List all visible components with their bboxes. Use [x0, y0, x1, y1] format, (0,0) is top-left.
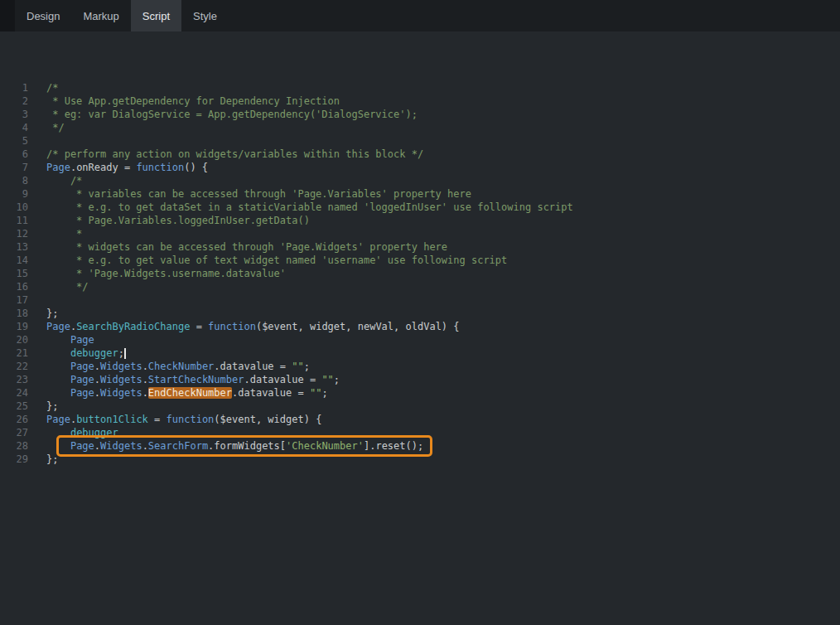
code-line[interactable]: 5	[0, 134, 840, 148]
code-line[interactable]: 29};	[0, 453, 840, 466]
code-token: */	[46, 122, 65, 133]
code-line[interactable]: 13 * widgets can be accessed through 'Pa…	[0, 240, 840, 254]
code-token: * widgets can be accessed through 'Page.…	[46, 241, 447, 253]
code-token: function	[167, 414, 215, 425]
code-token: *	[46, 228, 82, 240]
tab-bar-left-spacer	[0, 0, 15, 31]
line-number: 11	[0, 214, 28, 227]
search-match-highlight: EndCheckNumber	[148, 387, 232, 399]
line-number: 5	[0, 134, 28, 148]
code-text: Page.SearchByRadioChange = function($eve…	[46, 320, 460, 333]
code-line[interactable]: 28 Page.Widgets.SearchForm.formWidgets['…	[0, 439, 840, 453]
code-line[interactable]: 15 * 'Page.Widgets.username.datavalue'	[0, 267, 840, 280]
code-line[interactable]: 22 Page.Widgets.CheckNumber.datavalue = …	[0, 360, 840, 373]
code-text: * e.g. to get dataSet in a staticVariabl…	[46, 201, 573, 214]
code-line[interactable]: 12 *	[0, 227, 840, 240]
code-text: Page.button1Click = function($event, wid…	[46, 413, 321, 426]
line-number: 14	[0, 254, 28, 267]
code-line[interactable]: 1/*	[0, 81, 840, 94]
tab-style[interactable]: Style	[181, 0, 229, 31]
code-line[interactable]: 24 Page.Widgets.EndCheckNumber.datavalue…	[0, 386, 840, 400]
code-token: * Use App.getDependency for Dependency I…	[46, 95, 340, 107]
line-number: 10	[0, 201, 28, 214]
code-text: };	[46, 307, 58, 320]
script-editor[interactable]: 1/*2 * Use App.getDependency for Depende…	[0, 31, 840, 625]
editor-tab-bar: Design Markup Script Style	[0, 0, 840, 31]
code-line[interactable]: 3 * eg: var DialogService = App.getDepen…	[0, 108, 840, 121]
code-token: 'CheckNumber'	[286, 440, 364, 452]
code-token: Page	[70, 440, 94, 452]
code-line[interactable]: 11 * Page.Variables.loggedInUser.getData…	[0, 214, 840, 227]
code-token: * variables can be accessed through 'Pag…	[46, 188, 471, 200]
code-line[interactable]: 14 * e.g. to get value of text widget na…	[0, 254, 840, 267]
code-line[interactable]: 2 * Use App.getDependency for Dependency…	[0, 94, 840, 108]
code-line[interactable]: 27 debugger	[0, 426, 840, 439]
code-line[interactable]: 17	[0, 293, 840, 307]
code-line[interactable]: 6/* perform any action on widgets/variab…	[0, 148, 840, 161]
code-token: /*	[46, 175, 82, 187]
code-text: };	[46, 453, 58, 466]
code-token: .datavalue =	[214, 361, 292, 372]
code-line[interactable]: 26Page.button1Click = function($event, w…	[0, 413, 840, 426]
line-number: 26	[0, 413, 28, 426]
line-number: 23	[0, 373, 28, 386]
code-text: debugger	[46, 426, 118, 439]
code-text: *	[46, 227, 82, 240]
code-line[interactable]: 9 * variables can be accessed through 'P…	[0, 187, 840, 201]
code-token: /*	[46, 82, 58, 94]
line-number: 29	[0, 453, 28, 466]
code-token: };	[46, 453, 58, 465]
code-line[interactable]: 23 Page.Widgets.StartCheckNumber.dataval…	[0, 373, 840, 386]
code-line[interactable]: 20 Page	[0, 333, 840, 346]
code-token: function	[136, 162, 184, 173]
code-area[interactable]: 1/*2 * Use App.getDependency for Depende…	[0, 31, 840, 466]
code-line[interactable]: 10 * e.g. to get dataSet in a staticVari…	[0, 201, 840, 214]
code-text: };	[46, 400, 58, 413]
code-text: /*	[46, 81, 58, 94]
code-token: Widgets	[100, 361, 142, 372]
code-token: ($event, widget, newVal, oldVal) {	[256, 321, 460, 332]
code-token	[46, 374, 70, 385]
code-text: /*	[46, 174, 82, 187]
code-token: =	[190, 321, 208, 332]
code-token: () {	[184, 162, 208, 173]
code-token: function	[208, 321, 256, 332]
tab-design[interactable]: Design	[15, 0, 71, 31]
code-text: Page.Widgets.StartCheckNumber.datavalue …	[46, 373, 340, 386]
code-token: */	[46, 281, 89, 293]
code-line[interactable]: 18};	[0, 307, 840, 320]
code-token: };	[46, 400, 58, 412]
code-line[interactable]: 8 /*	[0, 174, 840, 187]
code-text: /* perform any action on widgets/variabl…	[46, 148, 423, 161]
code-token: ($event, widget) {	[214, 414, 321, 425]
line-number: 3	[0, 108, 28, 121]
code-token: .	[94, 387, 100, 399]
code-line[interactable]: 21 debugger;	[0, 346, 840, 360]
code-line[interactable]: 7Page.onReady = function() {	[0, 161, 840, 174]
code-token: ].reset();	[364, 440, 423, 452]
code-line[interactable]: 16 */	[0, 280, 840, 293]
code-token: * e.g. to get dataSet in a staticVariabl…	[46, 201, 573, 213]
tab-script[interactable]: Script	[131, 0, 181, 31]
code-line[interactable]: 19Page.SearchByRadioChange = function($e…	[0, 320, 840, 333]
code-token: Page	[70, 334, 94, 346]
code-token: .	[94, 374, 100, 385]
line-number: 12	[0, 227, 28, 240]
line-number: 9	[0, 187, 28, 201]
line-number: 21	[0, 346, 28, 360]
tab-markup[interactable]: Markup	[71, 0, 130, 31]
code-token: * eg: var DialogService = App.getDepende…	[46, 109, 418, 120]
code-text: * e.g. to get value of text widget named…	[46, 254, 507, 267]
code-text: Page.Widgets.SearchForm.formWidgets['Che…	[46, 439, 423, 453]
code-token	[46, 440, 70, 452]
line-number: 22	[0, 360, 28, 373]
code-token	[46, 361, 70, 372]
line-number: 15	[0, 267, 28, 280]
code-line[interactable]: 4 */	[0, 121, 840, 134]
code-text: * variables can be accessed through 'Pag…	[46, 187, 471, 201]
code-line[interactable]: 25};	[0, 400, 840, 413]
code-token: .	[94, 361, 100, 372]
code-text: */	[46, 121, 65, 134]
line-number: 2	[0, 94, 28, 108]
code-text: * widgets can be accessed through 'Page.…	[46, 240, 447, 254]
